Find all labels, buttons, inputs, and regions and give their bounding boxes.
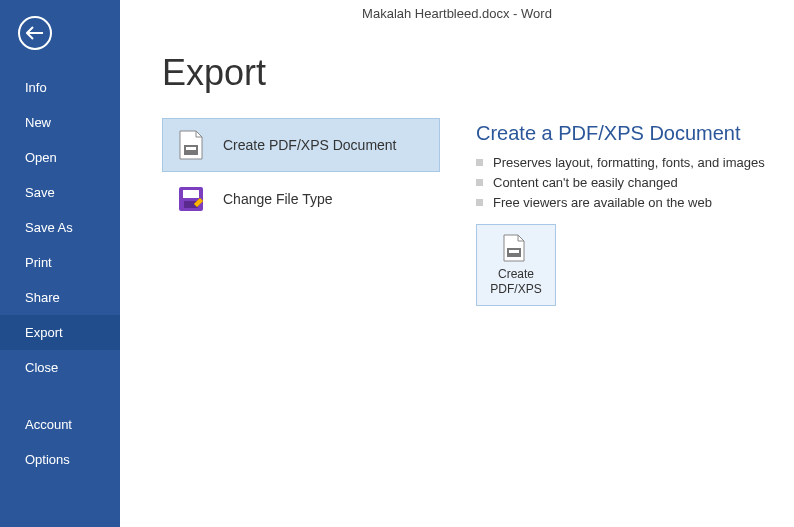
page-title: Export — [162, 52, 794, 94]
option-label: Create PDF/XPS Document — [223, 137, 397, 153]
sidebar-item-save[interactable]: Save — [0, 175, 120, 210]
sidebar-item-open[interactable]: Open — [0, 140, 120, 175]
sidebar-item-close[interactable]: Close — [0, 350, 120, 385]
create-button-line1: Create — [490, 267, 541, 282]
sidebar-item-share[interactable]: Share — [0, 280, 120, 315]
detail-bullet: Content can't be easily changed — [476, 175, 765, 190]
svg-rect-6 — [509, 250, 519, 253]
window-title: Makalah Heartbleed.docx - Word — [120, 0, 794, 26]
sidebar-item-info[interactable]: Info — [0, 70, 120, 105]
detail-title: Create a PDF/XPS Document — [476, 122, 765, 145]
svg-rect-3 — [183, 190, 199, 198]
arrow-left-icon — [26, 26, 44, 40]
pdf-document-icon — [502, 234, 530, 264]
pdf-document-icon — [177, 131, 205, 159]
option-label: Change File Type — [223, 191, 332, 207]
detail-bullet: Free viewers are available on the web — [476, 195, 765, 210]
detail-bullet: Preserves layout, formatting, fonts, and… — [476, 155, 765, 170]
option-change-file-type[interactable]: Change File Type — [162, 172, 440, 226]
option-create-pdf-xps[interactable]: Create PDF/XPS Document — [162, 118, 440, 172]
detail-bullets: Preserves layout, formatting, fonts, and… — [476, 155, 765, 210]
back-button[interactable] — [18, 16, 52, 50]
sidebar-item-export[interactable]: Export — [0, 315, 120, 350]
backstage-sidebar: Info New Open Save Save As Print Share E… — [0, 0, 120, 527]
export-options: Create PDF/XPS Document — [162, 118, 440, 226]
create-pdf-xps-button[interactable]: Create PDF/XPS — [476, 224, 556, 306]
sidebar-item-options[interactable]: Options — [0, 442, 120, 477]
sidebar-item-new[interactable]: New — [0, 105, 120, 140]
sidebar-item-print[interactable]: Print — [0, 245, 120, 280]
create-button-line2: PDF/XPS — [490, 282, 541, 297]
save-change-icon — [177, 185, 205, 213]
sidebar-item-save-as[interactable]: Save As — [0, 210, 120, 245]
main-area: Makalah Heartbleed.docx - Word Export — [120, 0, 794, 527]
sidebar-item-account[interactable]: Account — [0, 407, 120, 442]
svg-rect-1 — [186, 147, 196, 150]
